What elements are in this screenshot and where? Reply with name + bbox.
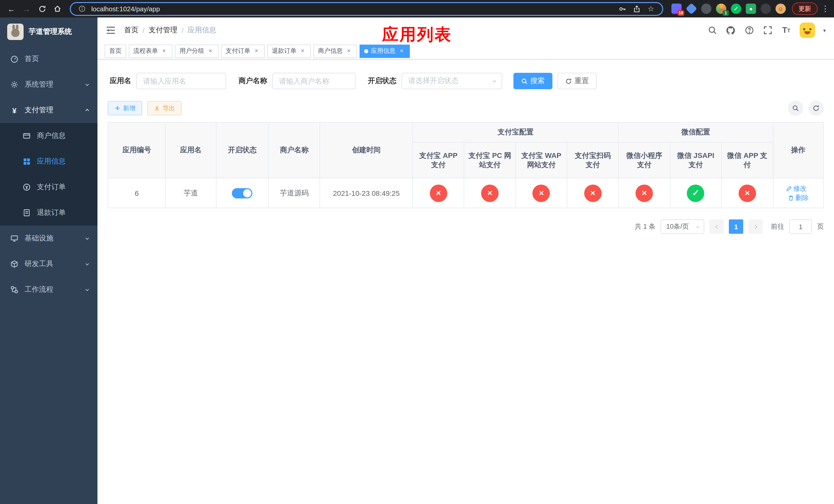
browser-menu-icon[interactable]: ⋮	[821, 4, 830, 13]
enabled-switch[interactable]	[232, 188, 253, 198]
sidebar-item-dev-tools[interactable]: 研发工具	[0, 251, 97, 277]
extension-translator-icon[interactable]: 1	[716, 4, 726, 14]
tab-refund-orders[interactable]: 退款订单×	[267, 44, 311, 58]
page-size-value: 10条/页	[666, 222, 689, 231]
tab-label: 应用信息	[371, 47, 395, 55]
bookmark-star-icon[interactable]: ☆	[646, 4, 656, 14]
tab-close-icon[interactable]: ×	[398, 47, 405, 54]
sidebar-item-merchant-info[interactable]: 商户信息	[0, 123, 97, 149]
breadcrumb: 首页 / 支付管理 / 应用信息	[124, 26, 216, 35]
goto-label: 前往	[771, 222, 784, 231]
page-number-1[interactable]: 1	[729, 220, 743, 234]
tab-close-icon[interactable]: ×	[345, 47, 352, 54]
sidebar-item-payment[interactable]: ¥ 支付管理	[0, 97, 97, 123]
app-name-label: 应用名	[110, 76, 131, 86]
tab-label: 用户分组	[179, 47, 204, 55]
status-cross-icon: ×	[636, 184, 653, 202]
user-menu-caret-icon[interactable]: ▾	[823, 27, 826, 33]
workflow-icon	[10, 285, 19, 294]
cell-alipay-wap: ×	[516, 178, 567, 208]
grid-icon	[23, 157, 31, 166]
share-icon[interactable]	[631, 4, 642, 14]
tab-close-icon[interactable]: ×	[160, 47, 168, 54]
add-button[interactable]: 新增	[108, 101, 142, 115]
font-size-icon[interactable]: TT	[781, 25, 791, 36]
extension-dark-icon[interactable]	[701, 4, 711, 14]
status-check-icon: ✓	[687, 184, 704, 202]
pagination: 共 1 条 10条/页 1 前往	[108, 220, 824, 234]
col-header-status: 开启状态	[216, 122, 268, 178]
help-icon[interactable]	[744, 25, 754, 36]
breadcrumb-home[interactable]: 首页	[124, 26, 138, 35]
site-info-icon[interactable]	[77, 4, 87, 14]
breadcrumb-section[interactable]: 支付管理	[149, 26, 177, 35]
profile-avatar-icon[interactable]: ☺	[775, 4, 786, 14]
app-name-input[interactable]	[136, 73, 226, 89]
export-button[interactable]: 导出	[147, 101, 181, 115]
merchant-name-input[interactable]	[272, 73, 355, 89]
app-logo-row[interactable]: 芋道管理系统	[0, 18, 97, 46]
url-bar[interactable]: localhost:1024/pay/app ☆	[70, 2, 663, 16]
sidebar-item-label: 支付订单	[37, 183, 66, 192]
extensions-puzzle-icon[interactable]	[761, 4, 771, 14]
tab-process-form[interactable]: 流程表单×	[129, 44, 172, 58]
sidebar-item-pay-orders[interactable]: 支付订单	[0, 174, 97, 200]
cell-wechat-jsapi: ✓	[670, 178, 722, 208]
sidebar-item-app-info[interactable]: 应用信息	[0, 149, 97, 174]
apps-table: 应用编号 应用名 开启状态 商户名称 创建时间 支付宝配置 微信配置 操作 支付…	[108, 122, 824, 208]
browser-update-button[interactable]: 更新	[792, 3, 818, 15]
browser-back-button[interactable]: ←	[4, 2, 19, 16]
sidebar-item-refund-orders[interactable]: 退款订单	[0, 200, 97, 226]
tab-pay-orders[interactable]: 支付订单×	[221, 44, 265, 58]
cell-alipay-app: ×	[413, 178, 464, 208]
github-icon[interactable]	[726, 25, 736, 36]
delete-link[interactable]: 删除	[788, 193, 809, 202]
extension-blocker-icon[interactable]: 10	[672, 4, 682, 14]
tab-close-icon[interactable]: ×	[207, 47, 214, 54]
page-size-select[interactable]: 10条/页	[661, 220, 704, 234]
search-icon	[792, 105, 799, 112]
toggle-search-button[interactable]	[788, 100, 803, 116]
sidebar-item-system[interactable]: 系统管理	[0, 72, 97, 97]
extension-diamond-icon[interactable]	[685, 3, 697, 14]
cell-status	[216, 178, 268, 208]
fullscreen-icon[interactable]	[763, 25, 773, 36]
sidebar-item-infrastructure[interactable]: 基础设施	[0, 226, 97, 251]
tab-close-icon[interactable]: ×	[253, 47, 260, 54]
sidebar-item-workflow[interactable]: 工作流程	[0, 277, 97, 302]
tab-app-info[interactable]: 应用信息×	[359, 44, 410, 58]
sidebar-toggle-icon[interactable]	[106, 25, 117, 36]
browser-forward-button[interactable]: →	[20, 2, 34, 16]
refresh-icon	[565, 78, 572, 84]
cell-app-id: 6	[108, 178, 166, 208]
table-row: 6 芋道 芋道源码 2021-10-23 08:49:25 × × × × ×	[108, 178, 824, 208]
next-page-button[interactable]	[748, 220, 763, 234]
search-button[interactable]: 搜索	[513, 73, 552, 89]
active-tab-dot-icon	[364, 49, 368, 53]
tab-merchant-info[interactable]: 商户信息×	[313, 44, 357, 58]
tab-user-group[interactable]: 用户分组×	[175, 44, 219, 58]
extension-chat-icon[interactable]: ●	[746, 4, 756, 14]
browser-home-button[interactable]	[50, 2, 65, 16]
extensions-row: 10 1 ✓ ● ☺	[672, 4, 786, 14]
chevron-down-icon	[695, 224, 701, 229]
status-select[interactable]: 请选择开启状态	[402, 73, 502, 89]
status-cross-icon: ×	[584, 184, 602, 202]
edit-link[interactable]: 修改	[786, 184, 807, 193]
prev-page-button[interactable]	[709, 220, 724, 234]
reset-button[interactable]: 重置	[557, 73, 596, 89]
sidebar-item-home[interactable]: 首页	[0, 46, 97, 72]
tab-home[interactable]: 首页	[105, 44, 126, 58]
search-icon[interactable]	[707, 25, 718, 36]
tags-view: 首页 流程表单× 用户分组× 支付订单× 退款订单× 商户信息×	[97, 43, 834, 60]
password-key-icon[interactable]	[617, 4, 627, 14]
navbar-actions: TT ▾	[707, 23, 826, 38]
sidebar-item-label: 支付管理	[25, 106, 53, 115]
tab-close-icon[interactable]: ×	[299, 47, 306, 54]
user-avatar[interactable]	[799, 23, 815, 38]
main-panel: 首页 / 支付管理 / 应用信息	[97, 18, 834, 504]
extension-wechat-check-icon[interactable]: ✓	[731, 4, 741, 14]
refresh-table-button[interactable]	[808, 100, 824, 116]
goto-page-input[interactable]	[789, 220, 812, 234]
browser-reload-button[interactable]	[35, 2, 49, 16]
